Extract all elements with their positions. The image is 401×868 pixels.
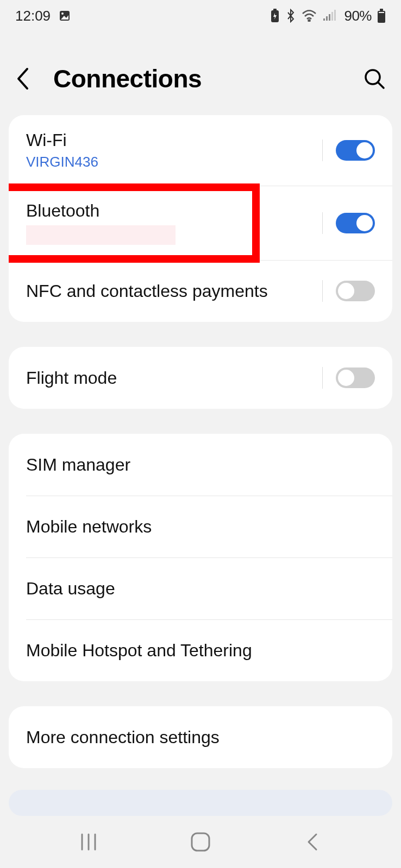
row-title: Mobile Hotspot and Tethering — [26, 641, 375, 661]
battery-icon — [377, 9, 386, 23]
row-main: SIM manager — [26, 455, 375, 475]
page-header: Connections — [0, 31, 401, 115]
svg-point-1 — [61, 12, 64, 15]
svg-rect-3 — [273, 9, 277, 11]
svg-rect-6 — [326, 16, 328, 21]
toggle-switch[interactable] — [336, 213, 375, 233]
row-title: Wi-Fi — [26, 130, 322, 150]
toggle-switch[interactable] — [336, 140, 375, 161]
svg-rect-12 — [379, 12, 384, 13]
row-title: Mobile networks — [26, 517, 375, 537]
search-button[interactable] — [353, 67, 386, 90]
bottom-shelf — [9, 790, 392, 816]
battery-percent: 90% — [344, 8, 372, 24]
row-title: Flight mode — [26, 368, 322, 388]
toggle-knob — [338, 370, 354, 386]
settings-row[interactable]: Flight mode — [9, 347, 392, 409]
status-bar: 12:09 90% — [0, 0, 401, 31]
row-title: Data usage — [26, 579, 375, 599]
settings-group: SIM managerMobile networksData usageMobi… — [9, 434, 392, 681]
row-main: Mobile networks — [26, 517, 375, 537]
svg-point-4 — [309, 20, 310, 22]
settings-row[interactable]: Mobile Hotspot and Tethering — [9, 619, 392, 681]
row-main: More connection settings — [26, 727, 375, 747]
row-title: NFC and contactless payments — [26, 281, 322, 301]
row-main: Data usage — [26, 579, 375, 599]
separator — [322, 212, 323, 234]
home-button[interactable] — [179, 831, 222, 853]
svg-rect-17 — [192, 833, 209, 851]
row-right — [322, 140, 375, 161]
row-main: NFC and contactless payments — [26, 281, 322, 301]
back-button[interactable] — [15, 66, 53, 92]
nav-back-button[interactable] — [291, 831, 334, 853]
row-title: Bluetooth — [26, 201, 322, 221]
row-main: Flight mode — [26, 368, 322, 388]
row-right — [322, 367, 375, 389]
settings-group: More connection settings — [9, 706, 392, 768]
settings-row[interactable]: More connection settings — [9, 706, 392, 768]
toggle-knob — [338, 283, 354, 299]
svg-rect-5 — [323, 18, 325, 21]
row-right — [322, 280, 375, 302]
settings-row[interactable]: Bluetooth — [9, 186, 392, 260]
toggle-switch[interactable] — [336, 368, 375, 388]
svg-rect-7 — [329, 14, 330, 21]
settings-row[interactable]: SIM manager — [9, 434, 392, 496]
bluetooth-icon — [285, 9, 296, 23]
toggle-knob — [356, 215, 373, 231]
separator — [322, 280, 323, 302]
row-subtitle: VIRGIN436 — [26, 154, 322, 170]
settings-row[interactable]: NFC and contactless payments — [9, 260, 392, 322]
row-main: Wi-FiVIRGIN436 — [26, 130, 322, 170]
row-main: Mobile Hotspot and Tethering — [26, 641, 375, 661]
settings-row[interactable]: Mobile networks — [9, 496, 392, 557]
wifi-icon — [302, 10, 317, 22]
toggle-switch[interactable] — [336, 281, 375, 301]
screenshot-saved-icon — [58, 9, 71, 22]
battery-saver-icon — [270, 9, 280, 23]
page-title: Connections — [53, 64, 353, 93]
separator — [322, 367, 323, 389]
separator — [322, 140, 323, 161]
settings-group: Wi-FiVIRGIN436BluetoothNFC and contactle… — [9, 115, 392, 322]
row-main: Bluetooth — [26, 201, 322, 245]
row-title: More connection settings — [26, 727, 375, 747]
signal-icon — [322, 10, 336, 22]
recents-button[interactable] — [67, 832, 110, 852]
navigation-bar — [0, 816, 401, 868]
row-title: SIM manager — [26, 455, 375, 475]
svg-rect-11 — [380, 9, 383, 11]
status-time: 12:09 — [15, 8, 51, 24]
settings-row[interactable]: Wi-FiVIRGIN436 — [9, 115, 392, 186]
settings-row[interactable]: Data usage — [9, 557, 392, 619]
row-right — [322, 212, 375, 234]
row-subtitle-redacted — [26, 225, 176, 245]
svg-rect-8 — [331, 12, 333, 21]
settings-group: Flight mode — [9, 347, 392, 409]
svg-rect-9 — [334, 10, 336, 21]
toggle-knob — [356, 142, 373, 159]
